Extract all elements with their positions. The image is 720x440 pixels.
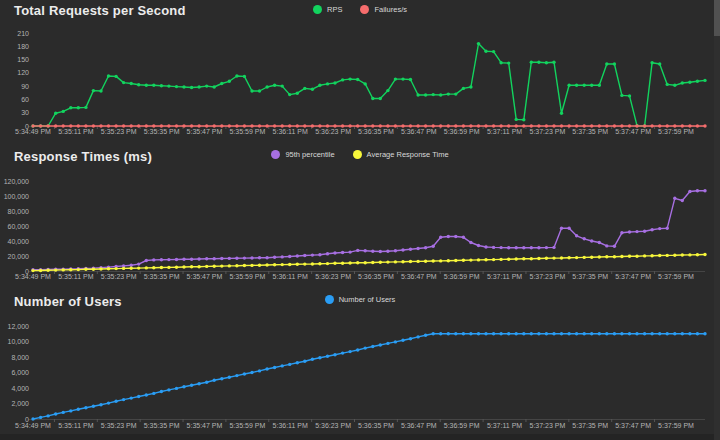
- svg-text:5:35:47 PM: 5:35:47 PM: [187, 273, 223, 280]
- svg-text:60,000: 60,000: [8, 223, 30, 230]
- svg-text:5:37:11 PM: 5:37:11 PM: [487, 273, 522, 280]
- response-times-chart-section: Response Times (ms) 95th percentileAvera…: [0, 140, 720, 288]
- svg-text:5:37:11 PM: 5:37:11 PM: [487, 128, 522, 135]
- svg-text:5:37:35 PM: 5:37:35 PM: [572, 422, 608, 429]
- svg-text:210: 210: [17, 30, 29, 37]
- svg-text:5:36:47 PM: 5:36:47 PM: [401, 128, 437, 135]
- svg-text:12,000: 12,000: [8, 323, 30, 330]
- svg-text:5:35:11 PM: 5:35:11 PM: [58, 128, 93, 135]
- svg-text:5:35:11 PM: 5:35:11 PM: [58, 422, 93, 429]
- svg-text:8,000: 8,000: [11, 354, 29, 361]
- users-chart-section: Number of Users Number of Users 02,0004,…: [0, 288, 720, 440]
- svg-text:6,000: 6,000: [11, 369, 29, 376]
- svg-text:5:37:35 PM: 5:37:35 PM: [572, 273, 608, 280]
- svg-text:5:35:23 PM: 5:35:23 PM: [101, 422, 137, 429]
- svg-text:100,000: 100,000: [4, 193, 29, 200]
- svg-text:5:36:11 PM: 5:36:11 PM: [273, 273, 308, 280]
- svg-text:120: 120: [17, 69, 29, 76]
- rps-chart-section: Total Requests per Second RPSFailures/s …: [0, 0, 720, 140]
- svg-text:120,000: 120,000: [4, 178, 29, 185]
- svg-text:5:35:11 PM: 5:35:11 PM: [58, 273, 93, 280]
- svg-text:5:36:11 PM: 5:36:11 PM: [273, 422, 308, 429]
- svg-text:5:37:59 PM: 5:37:59 PM: [658, 273, 694, 280]
- svg-text:5:37:59 PM: 5:37:59 PM: [658, 422, 694, 429]
- svg-text:4,000: 4,000: [11, 385, 29, 392]
- svg-text:5:36:35 PM: 5:36:35 PM: [358, 422, 394, 429]
- svg-text:5:37:23 PM: 5:37:23 PM: [529, 273, 565, 280]
- response-times-chart-plot: 020,00040,00060,00080,000100,000120,0005…: [0, 140, 720, 288]
- svg-text:5:35:59 PM: 5:35:59 PM: [229, 422, 265, 429]
- rps-chart-plot: 03060901201501802105:34:49 PM5:35:11 PM5…: [0, 0, 720, 140]
- svg-text:30: 30: [21, 109, 29, 116]
- svg-text:5:37:11 PM: 5:37:11 PM: [487, 422, 522, 429]
- svg-text:150: 150: [17, 56, 29, 63]
- svg-text:180: 180: [17, 43, 29, 50]
- svg-text:20,000: 20,000: [8, 253, 30, 260]
- svg-text:5:36:23 PM: 5:36:23 PM: [315, 128, 351, 135]
- svg-text:5:36:35 PM: 5:36:35 PM: [358, 273, 394, 280]
- svg-text:5:37:47 PM: 5:37:47 PM: [615, 422, 651, 429]
- svg-text:5:35:47 PM: 5:35:47 PM: [187, 128, 223, 135]
- svg-text:5:36:23 PM: 5:36:23 PM: [315, 422, 351, 429]
- svg-text:5:36:11 PM: 5:36:11 PM: [273, 128, 308, 135]
- svg-text:60: 60: [21, 96, 29, 103]
- svg-text:40,000: 40,000: [8, 238, 30, 245]
- svg-text:5:35:59 PM: 5:35:59 PM: [229, 128, 265, 135]
- svg-text:80,000: 80,000: [8, 208, 30, 215]
- svg-text:5:35:35 PM: 5:35:35 PM: [144, 273, 180, 280]
- svg-text:5:35:47 PM: 5:35:47 PM: [187, 422, 223, 429]
- svg-text:5:36:23 PM: 5:36:23 PM: [315, 273, 351, 280]
- svg-text:5:36:47 PM: 5:36:47 PM: [401, 422, 437, 429]
- svg-text:90: 90: [21, 83, 29, 90]
- svg-text:10,000: 10,000: [8, 338, 30, 345]
- svg-text:5:35:35 PM: 5:35:35 PM: [144, 128, 180, 135]
- svg-text:5:37:47 PM: 5:37:47 PM: [615, 273, 651, 280]
- vertical-scrollbar-track[interactable]: [714, 0, 720, 440]
- bottom-scrollbar-track: [0, 434, 720, 440]
- svg-text:5:37:23 PM: 5:37:23 PM: [529, 422, 565, 429]
- svg-text:5:34:49 PM: 5:34:49 PM: [15, 273, 51, 280]
- svg-text:5:36:59 PM: 5:36:59 PM: [444, 273, 480, 280]
- svg-text:5:35:23 PM: 5:35:23 PM: [101, 273, 137, 280]
- svg-text:5:36:35 PM: 5:36:35 PM: [358, 128, 394, 135]
- svg-text:5:34:49 PM: 5:34:49 PM: [15, 128, 51, 135]
- svg-text:5:37:59 PM: 5:37:59 PM: [658, 128, 694, 135]
- svg-text:5:36:59 PM: 5:36:59 PM: [444, 128, 480, 135]
- svg-text:5:37:47 PM: 5:37:47 PM: [615, 128, 651, 135]
- svg-text:5:36:47 PM: 5:36:47 PM: [401, 273, 437, 280]
- svg-text:5:37:35 PM: 5:37:35 PM: [572, 128, 608, 135]
- users-chart-plot: 02,0004,0006,0008,00010,00012,0005:34:49…: [0, 288, 720, 440]
- svg-text:5:35:35 PM: 5:35:35 PM: [144, 422, 180, 429]
- svg-text:5:35:23 PM: 5:35:23 PM: [101, 128, 137, 135]
- svg-text:2,000: 2,000: [11, 400, 29, 407]
- svg-text:5:36:59 PM: 5:36:59 PM: [444, 422, 480, 429]
- vertical-scrollbar-thumb[interactable]: [714, 0, 720, 36]
- svg-text:5:35:59 PM: 5:35:59 PM: [229, 273, 265, 280]
- svg-text:5:34:49 PM: 5:34:49 PM: [15, 422, 51, 429]
- svg-text:5:37:23 PM: 5:37:23 PM: [529, 128, 565, 135]
